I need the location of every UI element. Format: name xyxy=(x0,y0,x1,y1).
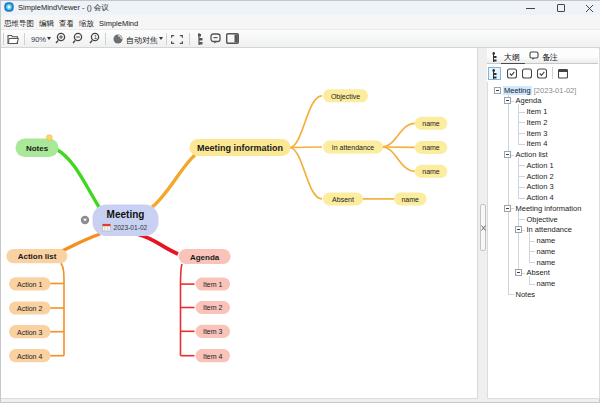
svg-text:Item 2: Item 2 xyxy=(203,304,223,311)
svg-text:Notes: Notes xyxy=(26,144,49,153)
svg-text:In attendance: In attendance xyxy=(332,144,375,151)
svg-text:Action list: Action list xyxy=(18,252,57,261)
svg-text:Item 1: Item 1 xyxy=(203,281,223,288)
svg-text:Action 3: Action 3 xyxy=(17,329,42,336)
svg-text:Objective: Objective xyxy=(331,93,360,101)
svg-text:Meeting: Meeting xyxy=(107,209,145,220)
svg-text:name: name xyxy=(422,168,440,175)
svg-text:2023-01-02: 2023-01-02 xyxy=(114,224,148,231)
svg-text:Meeting information: Meeting information xyxy=(197,143,283,153)
svg-text:Item 3: Item 3 xyxy=(203,328,223,335)
svg-text:Action 1: Action 1 xyxy=(17,281,42,288)
svg-text:Action 2: Action 2 xyxy=(17,305,42,312)
svg-text:Action 4: Action 4 xyxy=(17,353,42,360)
svg-text:name: name xyxy=(422,120,440,127)
svg-text:Item 4: Item 4 xyxy=(203,353,223,360)
svg-text:Agenda: Agenda xyxy=(190,253,220,262)
svg-text:name: name xyxy=(422,144,440,151)
svg-text:Absent: Absent xyxy=(332,196,354,203)
svg-text:name: name xyxy=(401,196,419,203)
